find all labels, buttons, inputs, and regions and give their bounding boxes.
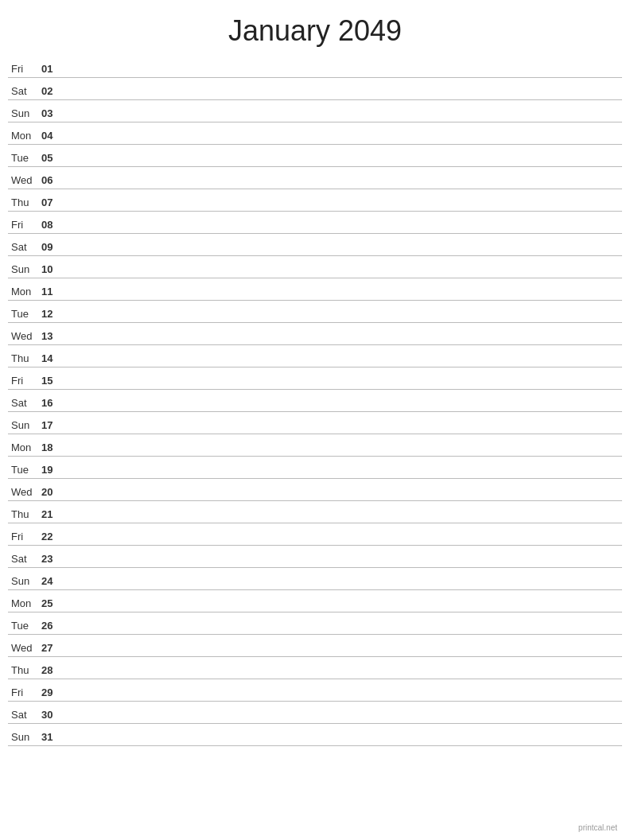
day-line [65, 430, 622, 431]
day-number: 23 [41, 553, 65, 565]
day-line [65, 141, 622, 142]
day-line [65, 742, 622, 743]
day-line [65, 586, 622, 587]
day-name: Tue [8, 464, 41, 476]
day-row: Fri01 [8, 56, 622, 78]
day-row: Tue05 [8, 145, 622, 167]
day-line [65, 230, 622, 231]
page-title: January 2049 [0, 0, 630, 56]
day-line [65, 564, 622, 565]
day-name: Sat [8, 85, 41, 97]
day-row: Sun03 [8, 100, 622, 122]
day-name: Fri [8, 63, 41, 75]
day-row: Sat09 [8, 234, 622, 256]
day-name: Thu [8, 508, 41, 520]
day-row: Sun10 [8, 256, 622, 278]
day-line [65, 698, 622, 698]
day-row: Sat02 [8, 78, 622, 100]
day-line [65, 319, 622, 320]
day-line [65, 497, 622, 498]
day-number: 04 [41, 130, 65, 142]
day-name: Sun [8, 419, 41, 431]
day-row: Wed06 [8, 167, 622, 189]
day-number: 10 [41, 263, 65, 275]
day-number: 08 [41, 219, 65, 231]
day-line [65, 341, 622, 342]
day-line [65, 274, 622, 275]
day-number: 03 [41, 107, 65, 119]
day-name: Sat [8, 397, 41, 409]
day-name: Wed [8, 174, 41, 186]
day-row: Tue19 [8, 457, 622, 479]
day-line [65, 185, 622, 186]
day-name: Fri [8, 219, 41, 231]
day-name: Sun [8, 263, 41, 275]
day-number: 07 [41, 196, 65, 208]
day-number: 17 [41, 419, 65, 431]
day-name: Fri [8, 531, 41, 542]
day-number: 22 [41, 531, 65, 542]
day-number: 09 [41, 241, 65, 253]
day-line [65, 653, 622, 654]
day-name: Mon [8, 441, 41, 453]
day-row: Wed13 [8, 323, 622, 345]
day-number: 13 [41, 330, 65, 342]
day-number: 24 [41, 575, 65, 587]
day-line [65, 519, 622, 520]
day-row: Sat16 [8, 390, 622, 412]
day-name: Wed [8, 642, 41, 654]
day-number: 31 [41, 731, 65, 743]
day-line [65, 542, 622, 542]
day-line [65, 74, 622, 75]
day-number: 21 [41, 508, 65, 520]
day-name: Wed [8, 486, 41, 498]
day-number: 12 [41, 308, 65, 320]
day-number: 16 [41, 397, 65, 409]
day-line [65, 163, 622, 164]
day-row: Fri22 [8, 523, 622, 546]
day-number: 02 [41, 85, 65, 97]
day-row: Fri15 [8, 368, 622, 390]
day-line [65, 96, 622, 97]
day-name: Sun [8, 107, 41, 119]
day-line [65, 720, 622, 721]
day-row: Fri29 [8, 679, 622, 702]
day-row: Sun17 [8, 412, 622, 434]
day-row: Mon04 [8, 122, 622, 145]
day-row: Thu07 [8, 189, 622, 212]
day-row: Tue26 [8, 612, 622, 635]
day-row: Sun31 [8, 724, 622, 746]
day-name: Sun [8, 575, 41, 587]
day-line [65, 408, 622, 409]
day-row: Sat23 [8, 546, 622, 568]
day-line [65, 119, 622, 119]
day-line [65, 364, 622, 364]
day-row: Wed27 [8, 635, 622, 657]
day-number: 18 [41, 441, 65, 453]
day-row: Tue12 [8, 301, 622, 323]
day-row: Wed20 [8, 479, 622, 501]
day-number: 30 [41, 709, 65, 721]
day-row: Fri08 [8, 212, 622, 234]
day-line [65, 453, 622, 453]
day-line [65, 609, 622, 609]
day-name: Sat [8, 709, 41, 721]
day-name: Fri [8, 686, 41, 698]
calendar-list: Fri01Sat02Sun03Mon04Tue05Wed06Thu07Fri08… [0, 56, 630, 746]
day-number: 14 [41, 352, 65, 364]
day-number: 11 [41, 286, 65, 298]
day-number: 26 [41, 620, 65, 632]
day-number: 19 [41, 464, 65, 476]
day-line [65, 208, 622, 208]
day-name: Tue [8, 308, 41, 320]
day-line [65, 631, 622, 632]
day-name: Mon [8, 130, 41, 142]
day-name: Mon [8, 286, 41, 298]
day-number: 27 [41, 642, 65, 654]
day-number: 15 [41, 375, 65, 387]
day-line [65, 675, 622, 676]
day-number: 29 [41, 686, 65, 698]
day-row: Mon11 [8, 278, 622, 301]
day-row: Sat30 [8, 702, 622, 724]
day-number: 01 [41, 63, 65, 75]
